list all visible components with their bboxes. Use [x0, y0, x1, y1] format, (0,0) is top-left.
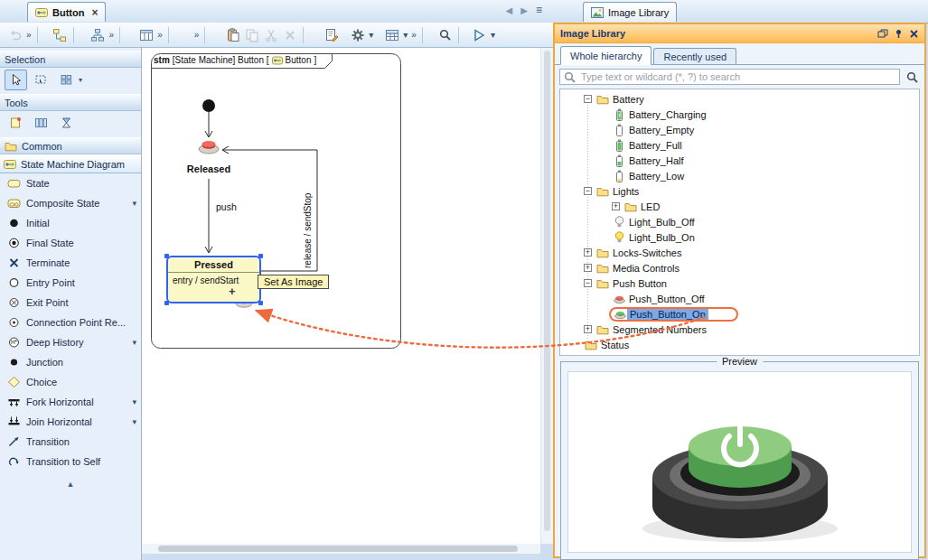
containment-button[interactable]: [89, 25, 108, 44]
tree-collapse-icon[interactable]: −: [584, 279, 592, 287]
canvas-horizontal-scrollbar[interactable]: [142, 544, 540, 554]
dropdown-caret-icon[interactable]: ▾: [132, 338, 138, 347]
undo-button[interactable]: [5, 25, 24, 44]
palette-item-junction[interactable]: Junction: [0, 352, 141, 372]
swimlane-tool[interactable]: [30, 113, 52, 134]
undo-overflow-chevron[interactable]: »: [24, 30, 33, 40]
canvas-vertical-scrollbar[interactable]: [540, 48, 553, 544]
run-button[interactable]: [470, 25, 489, 44]
tree-collapse-icon[interactable]: −: [584, 95, 592, 103]
tree-item-battery-full[interactable]: Battery_Full: [560, 137, 919, 153]
tree-item-battery[interactable]: −Battery: [560, 91, 919, 107]
vertical-scrollbar-thumb[interactable]: [544, 51, 550, 531]
palette-item-choice[interactable]: Choice: [0, 372, 141, 392]
palette-item-entry-point[interactable]: Entry Point: [0, 273, 141, 293]
palette-item-deep-history[interactable]: H*Deep History▾: [0, 332, 141, 352]
palette-item-transition[interactable]: Transition: [0, 432, 141, 452]
search-input[interactable]: [579, 70, 895, 83]
tree-item-locks-switches[interactable]: +Locks-Switches: [560, 245, 919, 260]
palette-item-composite-state[interactable]: Composite State▾: [0, 193, 141, 213]
dropdown-caret-icon[interactable]: ▾: [132, 417, 138, 426]
copy-button[interactable]: [242, 25, 261, 44]
palette-item-final-state[interactable]: Final State: [0, 233, 141, 253]
scroll-tabs-left-icon[interactable]: ◀: [506, 5, 513, 15]
dropdown-caret-icon[interactable]: ▾: [132, 199, 138, 208]
palette-item-initial[interactable]: Initial: [0, 213, 141, 233]
search-field[interactable]: [559, 69, 900, 85]
dropdown-caret-icon[interactable]: ▾: [132, 397, 138, 406]
related-elements-button[interactable]: [51, 25, 70, 44]
tree-expand-icon[interactable]: +: [584, 325, 592, 333]
palette-item-connection-point-re[interactable]: Connection Point Re...: [0, 313, 141, 332]
palette-item-exit-point[interactable]: Exit Point: [0, 293, 141, 313]
scroll-tabs-right-icon[interactable]: ▶: [520, 5, 528, 15]
search-button-icon[interactable]: [904, 69, 920, 85]
palette-drawer-state-machine-diagram[interactable]: State Machine Diagram: [0, 154, 141, 173]
tree-expand-icon[interactable]: +: [612, 202, 620, 210]
horizontal-scrollbar-thumb[interactable]: [158, 546, 518, 552]
palette-header-selection[interactable]: Selection: [0, 51, 141, 68]
layout-overflow-chevron[interactable]: »: [155, 30, 164, 40]
float-window-icon[interactable]: [877, 29, 888, 39]
containment-overflow-chevron[interactable]: »: [108, 30, 117, 40]
palette-item-join-horizontal[interactable]: Join Horizontal▾: [0, 412, 141, 432]
tree-item-push-button-off[interactable]: Push_Button_Off: [560, 291, 919, 306]
selection-handle[interactable]: [164, 301, 169, 305]
zoom-button[interactable]: [436, 25, 455, 44]
grid-table-chevron[interactable]: ▾: [401, 30, 409, 40]
tree-expand-icon[interactable]: +: [584, 264, 592, 272]
transition-push-label[interactable]: push: [216, 201, 237, 212]
marquee-select-tool[interactable]: [30, 70, 52, 90]
pointer-tool[interactable]: [5, 70, 27, 90]
sort-tool[interactable]: [55, 113, 78, 134]
initial-state-node[interactable]: [202, 99, 215, 112]
palette-item-state[interactable]: State: [0, 173, 141, 193]
tab-list-icon[interactable]: ≡: [536, 5, 542, 15]
palette-item-fork-horizontal[interactable]: Fork Horizontal▾: [0, 392, 141, 412]
selection-options-tool[interactable]: [55, 70, 78, 90]
tab-button-diagram[interactable]: Button ×: [27, 2, 106, 22]
tab-recently-used[interactable]: Recently used: [653, 48, 736, 64]
diagram-canvas[interactable]: stm [State Machine] Button [ Button ] Re…: [142, 48, 540, 544]
close-tab-icon[interactable]: ×: [91, 8, 98, 17]
validation-button[interactable]: [322, 25, 341, 44]
cut-button[interactable]: [261, 25, 280, 44]
options-gear-chevron[interactable]: ▾: [367, 30, 375, 40]
palette-scroll-up-icon[interactable]: ▲: [0, 480, 141, 489]
tree-item-push-button-on[interactable]: Push_Button_On: [560, 306, 919, 322]
palette-item-terminate[interactable]: Terminate: [0, 253, 141, 273]
pressed-state[interactable]: Pressed entry / sendStart: [166, 256, 261, 303]
selection-handle[interactable]: [164, 254, 169, 258]
tree-item-battery-low[interactable]: Battery_Low: [560, 168, 919, 183]
tree-item-segmented-numbers[interactable]: +Segmented Numbers: [560, 322, 919, 337]
tab-whole-hierarchy[interactable]: Whole hierarchy: [560, 46, 651, 65]
grid-overflow-chevron[interactable]: »: [409, 30, 418, 40]
tab-image-library[interactable]: Image Library: [583, 2, 677, 22]
selection-handle[interactable]: [258, 254, 263, 258]
tree-item-battery-charging[interactable]: Battery_Charging: [560, 107, 919, 122]
delete-button[interactable]: [280, 25, 299, 44]
selection-options-tool-caret-icon[interactable]: ▾: [79, 76, 82, 84]
options-gear-button[interactable]: [348, 25, 367, 44]
run-chevron[interactable]: ▾: [489, 30, 497, 40]
grid-table-button[interactable]: [382, 25, 401, 44]
auto-hide-pin-icon[interactable]: [894, 29, 904, 39]
tree-item-lights[interactable]: −Lights: [560, 183, 919, 199]
selection-handle[interactable]: [258, 301, 263, 305]
released-state-image[interactable]: [199, 141, 219, 154]
tree-expand-icon[interactable]: +: [584, 248, 592, 257]
tree-item-media-controls[interactable]: +Media Controls: [560, 260, 919, 275]
paste-button[interactable]: [223, 25, 242, 44]
tree-item-led[interactable]: +LED: [560, 199, 919, 214]
palette-header-common[interactable]: Common: [0, 137, 141, 154]
close-panel-icon[interactable]: [909, 29, 919, 39]
tree-item-status[interactable]: Status: [560, 337, 919, 352]
note-tool[interactable]: [5, 113, 27, 134]
tree-item-light-bulb-on[interactable]: Light_Bulb_On: [560, 229, 919, 245]
transition-release-label[interactable]: release / sendStop: [303, 167, 313, 268]
image-library-titlebar[interactable]: Image Library: [555, 24, 924, 43]
palette-item-transition-to-self[interactable]: Transition to Self: [0, 452, 141, 471]
tree-item-battery-empty[interactable]: Battery_Empty: [560, 122, 919, 137]
released-state-label[interactable]: Released: [173, 163, 245, 174]
tree-item-battery-half[interactable]: Battery_Half: [560, 153, 919, 168]
